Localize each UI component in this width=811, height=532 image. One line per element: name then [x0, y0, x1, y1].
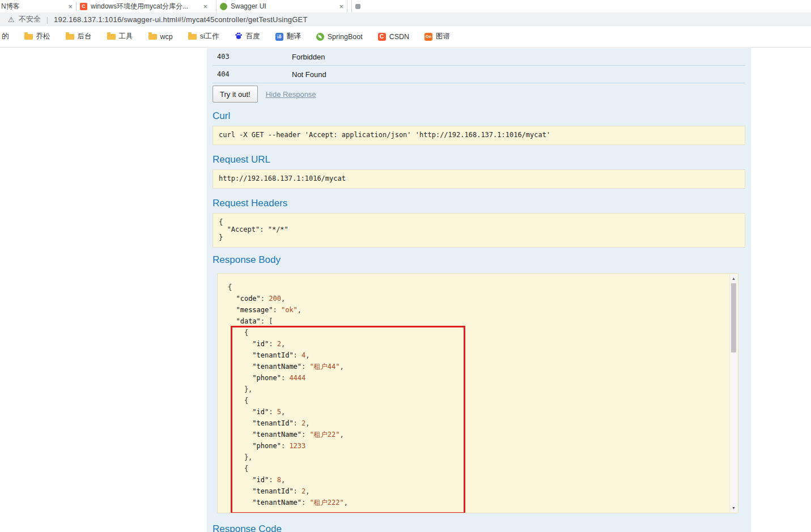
sandbox-actions: Try it out! Hide Response: [213, 86, 745, 103]
browser-tab-partial[interactable]: [351, 0, 811, 12]
tab-title: Swagger UI: [231, 2, 336, 10]
url-text[interactable]: 192.168.137.1:1016/swagger-ui.html#!/myc…: [54, 15, 308, 24]
address-bar[interactable]: ⚠ 不安全 | 192.168.137.1:1016/swagger-ui.ht…: [0, 12, 811, 26]
tab-close-icon[interactable]: ×: [203, 3, 207, 10]
request-headers-box: { "Accept": "*/*" }: [213, 213, 745, 248]
browser-tab-mycat-article[interactable]: C windows环境使用mycat分库分... ×: [77, 0, 211, 12]
generic-favicon-icon: [355, 4, 360, 9]
request-headers-heading: Request Headers: [213, 198, 745, 208]
swagger-operation-panel: 403 Forbidden 404 Not Found Try it out! …: [207, 48, 751, 532]
response-body-scrollbar[interactable]: ▲ ▼: [729, 274, 737, 512]
bookmark-item[interactable]: si工作: [188, 32, 219, 41]
request-headers-text: { "Accept": "*/*" }: [219, 219, 739, 242]
tab-title: windows环境使用mycat分库分...: [91, 2, 199, 11]
not-secure-label: 不安全: [19, 14, 41, 24]
http-status-code: 403: [213, 53, 292, 61]
folder-icon: [148, 34, 157, 40]
scrollbar-thumb[interactable]: [731, 283, 736, 352]
bookmark-item[interactable]: 乔松: [24, 32, 50, 41]
curl-command-text: curl -X GET --header 'Accept: applicatio…: [219, 131, 739, 139]
tab-close-icon[interactable]: ×: [68, 3, 73, 10]
bookmark-item-springboot[interactable]: SpringBoot: [316, 33, 363, 41]
url-separator: |: [46, 15, 48, 24]
curl-heading: Curl: [213, 111, 745, 121]
response-body-box: { "code": 200, "message": "ok", "data": …: [217, 273, 738, 513]
bookmark-item-baidu[interactable]: 百度: [235, 32, 260, 42]
request-url-text: http://192.168.137.1:1016/mycat: [219, 175, 739, 183]
browser-tab-swagger-active[interactable]: Swagger UI ×: [216, 0, 347, 12]
bookmark-item[interactable]: 的: [2, 32, 9, 41]
folder-icon: [107, 34, 116, 40]
response-code-heading: Response Code: [213, 524, 745, 532]
csdn-favicon-icon: C: [80, 3, 87, 10]
scroll-down-arrow-icon[interactable]: ▼: [730, 504, 737, 512]
http-status-reason: Not Found: [292, 70, 326, 79]
not-secure-warning-icon: ⚠: [8, 16, 15, 23]
folder-icon: [188, 34, 197, 40]
folder-icon: [66, 34, 74, 40]
csdn-icon: C: [378, 33, 386, 41]
response-body-heading: Response Body: [213, 255, 745, 265]
http-status-reason: Forbidden: [292, 53, 325, 61]
browser-tab-blog[interactable]: N博客 ×: [0, 0, 76, 12]
translate-icon: 译: [275, 33, 283, 41]
bookmark-item[interactable]: 后台: [66, 32, 92, 41]
page-content: 403 Forbidden 404 Not Found Try it out! …: [0, 48, 811, 532]
bookmark-item-csdn[interactable]: C CSDN: [378, 33, 409, 41]
hide-response-link[interactable]: Hide Response: [266, 90, 316, 99]
response-message-row: 403 Forbidden: [213, 48, 745, 66]
bookmark-item-tupu[interactable]: On 图谱: [424, 32, 450, 41]
folder-icon: [24, 34, 33, 40]
tab-strip: N博客 × C windows环境使用mycat分库分... × Swagger…: [0, 0, 811, 12]
try-it-out-button[interactable]: Try it out!: [213, 86, 258, 103]
on-icon: On: [424, 33, 432, 41]
bookmark-item[interactable]: 工具: [107, 32, 133, 41]
response-body-json: { "code": 200, "message": "ok", "data": …: [228, 282, 348, 508]
scroll-up-arrow-icon[interactable]: ▲: [730, 274, 737, 283]
bookmark-item-translate[interactable]: 译 翻译: [275, 32, 301, 41]
response-message-row: 404 Not Found: [213, 66, 745, 83]
spring-leaf-icon: [316, 33, 324, 41]
bookmarks-bar: 的 乔松 后台 工具 wcp si工作 百度 译 翻译 SpringBoot C…: [0, 26, 811, 48]
tab-close-icon[interactable]: ×: [339, 3, 343, 10]
swagger-favicon-icon: [220, 3, 227, 10]
baidu-paw-icon: [235, 32, 243, 42]
request-url-box: http://192.168.137.1:1016/mycat: [213, 169, 745, 189]
tab-title: N博客: [1, 2, 65, 11]
request-url-heading: Request URL: [213, 155, 745, 164]
http-status-code: 404: [213, 70, 292, 78]
bookmark-item[interactable]: wcp: [148, 33, 173, 41]
curl-command-box: curl -X GET --header 'Accept: applicatio…: [213, 126, 745, 145]
